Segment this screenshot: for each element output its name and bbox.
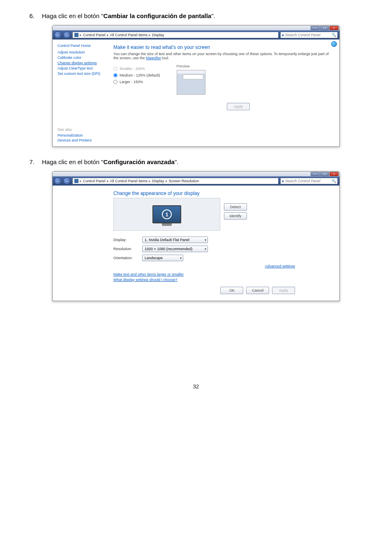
resolution-select[interactable]: 1920 × 1080 (recommended) [142,246,208,252]
search-wrap: ▾ 🔍 [280,32,338,38]
apply-button[interactable]: Apply [272,287,295,294]
page-number: 32 [0,383,392,390]
step7-number: 7. [29,158,35,165]
radio-medium[interactable]: Medium - 125% (default) [113,73,160,77]
display-label: Display: [113,238,142,242]
back-button[interactable]: ← [54,177,62,185]
sidebar-calibrate-color[interactable]: Calibrate color [58,56,103,60]
sidebar-adjust-cleartype[interactable]: Adjust ClearType text [58,66,103,70]
control-panel-icon [74,179,78,183]
search-icon[interactable]: 🔍 [332,179,336,183]
control-panel-icon [74,33,78,37]
sidebar-adjust-resolution[interactable]: Adjust resolution [58,50,103,54]
window-display: – ▢ × ← → ▸ Control Panel ▸ All Control … [52,25,340,147]
refresh-icon[interactable]: ▾ [282,33,284,37]
see-also-personalization[interactable]: Personalization [58,133,103,137]
what-settings-link[interactable]: What display settings should I choose? [113,278,332,282]
search-input[interactable] [285,179,330,183]
window-screen-resolution: – ▢ × ← → ▸ Control Panel ▸ All Control … [52,171,340,301]
make-text-larger-link[interactable]: Make text and other items larger or smal… [113,272,332,276]
radio-smaller[interactable]: Smaller - 100% [113,67,160,71]
magnifier-link[interactable]: Magnifier [146,56,161,60]
see-also-label: See also [58,128,103,132]
detect-button[interactable]: Detect [224,203,247,211]
resolution-label: Resolution: [113,247,142,251]
forward-button[interactable]: → [63,31,71,39]
minimize-button[interactable]: – [311,172,320,176]
close-button[interactable]: × [330,26,339,30]
step6-number: 6. [29,12,35,19]
monitor-layout-area[interactable]: 1 Detect Identify [113,198,220,231]
close-button[interactable]: × [330,172,339,176]
orientation-label: Orientation: [113,256,142,260]
titlebar: – ▢ × [53,26,339,30]
navbar: ← → ▸ Control Panel ▸ All Control Panel … [53,30,339,39]
page-title: Change the appearance of your display [113,190,332,196]
page-title: Make it easier to read what's on your sc… [113,44,332,50]
step6-text: Haga clic en el botón "Cambiar la config… [42,12,215,19]
maximize-button[interactable]: ▢ [320,26,329,30]
breadcrumb[interactable]: ▸ Control Panel ▸ All Control Panel Item… [72,32,279,38]
navbar: ← → ▸ Control Panel ▸ All Control Panel … [53,176,339,186]
display-select[interactable]: 1. Nvidia Default Flat Panel [142,237,208,243]
search-icon[interactable]: 🔍 [332,33,336,37]
cancel-button[interactable]: Cancel [246,287,269,294]
ok-button[interactable]: OK [220,287,243,294]
search-wrap: ▾ 🔍 [280,178,338,184]
identify-button[interactable]: Identify [224,212,247,220]
breadcrumb[interactable]: ▸ Control Panel ▸ All Control Panel Item… [72,178,279,184]
back-button[interactable]: ← [54,31,62,39]
maximize-button[interactable]: ▢ [320,172,329,176]
preview-image [177,70,205,95]
radio-larger[interactable]: Larger - 150% [113,80,160,84]
refresh-icon[interactable]: ▾ [282,179,284,183]
sidebar-change-display-settings[interactable]: Change display settings [58,61,103,65]
control-panel-home-link[interactable]: Control Panel Home [58,44,103,48]
apply-button[interactable]: Apply [227,103,250,110]
titlebar: – ▢ × [53,172,339,176]
see-also-devices-printers[interactable]: Devices and Printers [58,138,103,142]
step7-text: Haga clic en el botón "Configuración ava… [42,158,178,165]
advanced-settings-link[interactable]: Advanced settings [265,264,295,268]
monitor-1[interactable]: 1 [152,205,181,223]
forward-button[interactable]: → [63,177,71,185]
preview-group: Preview [177,64,205,95]
orientation-select[interactable]: Landscape [142,255,183,261]
sidebar-set-custom-dpi[interactable]: Set custom text size (DPI) [58,72,103,76]
page-description: You can change the size of text and othe… [113,52,332,60]
minimize-button[interactable]: – [311,26,320,30]
monitor-number-badge: 1 [162,209,172,219]
search-input[interactable] [285,33,330,37]
sidebar: Control Panel Home Adjust resolution Cal… [53,39,106,146]
help-icon[interactable] [331,41,337,47]
